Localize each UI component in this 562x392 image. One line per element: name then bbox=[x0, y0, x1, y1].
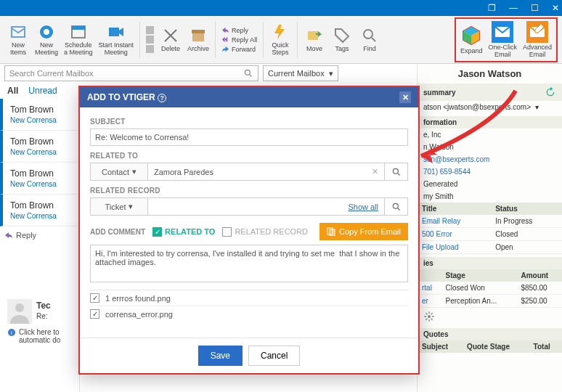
attachment-item[interactable]: ✓corrensa_error.png bbox=[90, 306, 408, 322]
filter-all[interactable]: All bbox=[7, 86, 18, 96]
related-record-label: RELATED RECORD bbox=[90, 187, 408, 195]
dialog-close-button[interactable]: ✕ bbox=[399, 91, 411, 103]
quick-steps-button[interactable]: Quick Steps bbox=[266, 22, 294, 58]
contact-email-link[interactable]: son@bsexperts.com bbox=[423, 155, 489, 163]
forward-button[interactable]: Forward bbox=[221, 45, 257, 53]
svg-rect-6 bbox=[146, 26, 154, 34]
find-button[interactable]: Find bbox=[356, 25, 383, 54]
ribbon: New Items New Meeting Schedule a Meeting… bbox=[0, 16, 562, 64]
table-row[interactable]: Email RelayIn Progress bbox=[418, 215, 562, 228]
table-row[interactable]: 500 ErrorClosed bbox=[418, 228, 562, 241]
add-comment-label: ADD COMMENT bbox=[90, 228, 145, 236]
tags-button[interactable]: Tags bbox=[328, 25, 356, 54]
refresh-icon[interactable] bbox=[545, 86, 556, 98]
one-click-email-button[interactable]: One-Click Email bbox=[488, 21, 517, 59]
reading-pane: Tec Re: i Click here to automatic do bbox=[7, 299, 60, 344]
attachment-checkbox[interactable]: ✓ bbox=[90, 309, 99, 319]
attachment-filename: corrensa_error.png bbox=[105, 310, 173, 319]
close-icon[interactable]: ✕ bbox=[552, 3, 559, 13]
window-titlebar: ❐ — ☐ ✕ bbox=[0, 0, 562, 16]
contact-email-dropdown[interactable]: atson <jwatson@bsexperts.com> ▾ bbox=[418, 101, 562, 113]
instant-meeting-button[interactable]: Start Instant Meeting bbox=[96, 22, 137, 58]
col-total: Total bbox=[529, 340, 562, 353]
table-row[interactable]: rtalClosed Won$850.00 bbox=[418, 282, 562, 295]
mail-item[interactable]: Tom BrownNew Corrensa bbox=[0, 195, 79, 226]
related-record-checkbox[interactable]: RELATED RECORD bbox=[222, 227, 308, 237]
reply-all-button[interactable]: Reply All bbox=[221, 36, 257, 44]
mail-item[interactable]: Tom BrownNew Corrensa bbox=[0, 163, 79, 195]
ribbon-mini-3[interactable] bbox=[146, 45, 154, 53]
ribbon-small-group1 bbox=[143, 26, 157, 53]
add-to-vtiger-dialog: ADD TO VTIGER ? ✕ SUBJECT RELATED TO Con… bbox=[78, 86, 420, 375]
archive-button[interactable]: Archive bbox=[184, 25, 212, 54]
expand-button[interactable]: Expand bbox=[460, 25, 483, 55]
reply-bar[interactable]: Reply bbox=[0, 226, 79, 244]
new-items-button[interactable]: New Items bbox=[4, 22, 32, 58]
save-button[interactable]: Save bbox=[198, 346, 243, 366]
schedule-meeting-button[interactable]: Schedule a Meeting bbox=[61, 22, 96, 58]
related-search-button[interactable] bbox=[385, 163, 408, 181]
restore-icon[interactable]: ❐ bbox=[488, 3, 496, 13]
show-all-link[interactable]: Show all bbox=[348, 203, 378, 211]
copy-from-email-button[interactable]: Copy From Email bbox=[319, 223, 408, 240]
svg-point-2 bbox=[44, 29, 49, 35]
table-row[interactable]: erPerception An...$250.00 bbox=[418, 295, 562, 308]
addin-highlight-box: Expand One-Click Email Advanced Email bbox=[455, 17, 558, 62]
mail-from: Tom Brown bbox=[10, 105, 75, 115]
auto-download-notice[interactable]: i Click here to automatic do bbox=[7, 328, 60, 344]
record-search-button[interactable] bbox=[385, 197, 408, 216]
information-header: formation bbox=[418, 116, 562, 128]
svg-rect-11 bbox=[308, 31, 318, 40]
record-type-dropdown[interactable]: Ticket▾ bbox=[90, 197, 148, 216]
help-icon[interactable]: ? bbox=[158, 94, 166, 102]
opportunities-table: StageAmount rtalClosed Won$850.00 erPerc… bbox=[418, 269, 562, 308]
reply-label: Reply bbox=[16, 231, 36, 240]
ribbon-mini-1[interactable] bbox=[146, 26, 154, 34]
mail-from: Tom Brown bbox=[10, 136, 75, 147]
cancel-button[interactable]: Cancel bbox=[248, 346, 300, 366]
contact-phone-link[interactable]: 701) 659-8544 bbox=[423, 168, 471, 176]
sender-avatar bbox=[7, 299, 32, 324]
minimize-icon[interactable]: — bbox=[509, 3, 518, 13]
chevron-down-icon: ▾ bbox=[329, 69, 333, 78]
checkbox-unchecked-icon bbox=[222, 227, 232, 237]
dialog-title: ADD TO VTIGER bbox=[87, 92, 155, 102]
tickets-table: TitleStatus Email RelayIn Progress 500 E… bbox=[418, 203, 562, 254]
caret-down-icon: ▾ bbox=[129, 202, 133, 211]
gear-icon[interactable] bbox=[423, 311, 435, 322]
attachment-item[interactable]: ✓1 errros found.png bbox=[90, 290, 408, 306]
new-meeting-button[interactable]: New Meeting bbox=[32, 22, 61, 58]
mail-preview: New Corrensa bbox=[10, 148, 75, 156]
ribbon-mini-2[interactable] bbox=[146, 36, 154, 44]
table-row[interactable]: File UploadOpen bbox=[418, 241, 562, 254]
subject-input[interactable] bbox=[90, 128, 408, 146]
svg-rect-9 bbox=[192, 30, 205, 33]
attachment-checkbox[interactable]: ✓ bbox=[90, 293, 99, 303]
record-value-input[interactable]: Show all bbox=[148, 197, 385, 216]
search-scope-label: Current Mailbox bbox=[268, 69, 325, 78]
related-value-input[interactable]: Zamora Paredes✕ bbox=[148, 163, 385, 181]
mail-preview: New Corrensa bbox=[10, 180, 75, 188]
related-type-dropdown[interactable]: Contact▾ bbox=[90, 163, 148, 181]
filter-unread[interactable]: Unread bbox=[28, 86, 57, 96]
clear-icon[interactable]: ✕ bbox=[372, 167, 378, 176]
svg-point-26 bbox=[393, 168, 398, 173]
move-button[interactable]: Move bbox=[301, 25, 328, 54]
attachment-list: ✓1 errros found.png ✓corrensa_error.png bbox=[90, 290, 408, 322]
col-subject: Subject bbox=[418, 340, 463, 353]
mail-item[interactable]: Tom BrownNew Corrensa bbox=[0, 99, 79, 131]
col-quote-stage: Quote Stage bbox=[463, 340, 529, 353]
svg-rect-4 bbox=[72, 26, 85, 30]
advanced-email-button[interactable]: Advanced Email bbox=[523, 21, 552, 59]
mail-item[interactable]: Tom BrownNew Corrensa bbox=[0, 131, 79, 163]
search-placeholder: Search Current Mailbox bbox=[9, 69, 94, 78]
opportunities-header: ies bbox=[418, 257, 562, 269]
delete-button[interactable]: Delete bbox=[157, 25, 184, 54]
search-input[interactable]: Search Current Mailbox bbox=[4, 65, 258, 81]
maximize-icon[interactable]: ☐ bbox=[531, 3, 539, 13]
reply-button[interactable]: Reply bbox=[221, 26, 257, 34]
related-to-checkbox[interactable]: ✓RELATED TO bbox=[152, 227, 215, 237]
quotes-header: Quotes bbox=[418, 328, 562, 340]
search-scope-dropdown[interactable]: Current Mailbox ▾ bbox=[263, 65, 338, 81]
comment-textarea[interactable]: Hi, I'm interested to try corrensa, I've… bbox=[90, 245, 408, 282]
